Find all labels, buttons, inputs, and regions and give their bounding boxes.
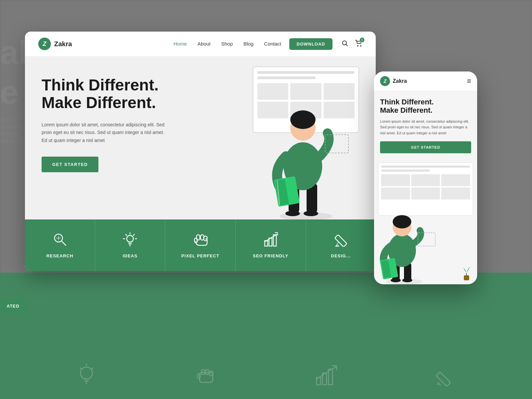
bg-ideas-icon	[73, 362, 100, 389]
mobile-screen-grid	[381, 174, 470, 200]
bg-para: dolor sit amet eu sit nec risus. Sed ut …	[0, 116, 23, 144]
hero-content: Think Different. Make Different. Lorem i…	[25, 57, 198, 219]
svg-line-33	[62, 241, 66, 245]
cart-icon[interactable]: 0	[355, 40, 362, 49]
svg-rect-65	[464, 275, 469, 280]
search-icon[interactable]	[342, 40, 348, 48]
hero-title: Think Different. Make Different.	[42, 76, 181, 112]
svg-point-27	[290, 110, 316, 129]
feature-ideas: IDEAS	[95, 219, 165, 271]
nav-link-about[interactable]: About	[198, 41, 210, 47]
mobile-person-illustration	[374, 204, 444, 284]
desktop-hero: Think Different. Make Different. Lorem i…	[25, 57, 376, 219]
nav-link-blog[interactable]: Blog	[243, 41, 253, 47]
desktop-logo-circle: Z	[38, 38, 51, 50]
nav-item-home[interactable]: Home	[174, 41, 187, 47]
nav-item-blog[interactable]: Blog	[243, 41, 253, 47]
pixel-perfect-label: PIXEL PERFECT	[181, 253, 219, 258]
nav-link-home[interactable]: Home	[174, 41, 187, 47]
ideas-label: IDEAS	[123, 253, 138, 258]
bg-design-icon	[432, 362, 459, 389]
mobile-grid-cell-2	[411, 174, 440, 186]
download-button[interactable]: DOWNLOAD	[289, 38, 332, 50]
svg-point-0	[80, 367, 92, 379]
desktop-navbar: Z Zakra Home About Shop Blog Contact DOW…	[25, 32, 376, 57]
plant-decoration	[460, 264, 473, 282]
svg-rect-10	[209, 371, 213, 376]
svg-point-19	[360, 45, 361, 47]
research-icon	[53, 232, 67, 249]
mobile-hero: Think Different. Make Different. Lorem i…	[374, 91, 477, 159]
design-icon	[333, 232, 348, 249]
svg-point-16	[342, 41, 346, 45]
desktop-logo-letter: Z	[43, 41, 47, 48]
mobile-logo-letter: Z	[384, 78, 387, 84]
svg-line-2	[80, 368, 81, 369]
ideas-icon	[123, 232, 137, 249]
mobile-grid-cell-5	[411, 188, 440, 200]
svg-point-18	[357, 45, 358, 47]
hamburger-icon[interactable]: ≡	[467, 77, 471, 85]
mobile-hero-title: Think Different. Make Different.	[380, 98, 471, 115]
mobile-screen-bar-1	[381, 166, 470, 168]
person-illustration	[263, 90, 356, 219]
mobile-grid-cell-4	[381, 188, 410, 200]
mobile-grid-cell-1	[381, 174, 410, 186]
svg-line-53	[337, 242, 339, 244]
research-label: RESEARCH	[47, 253, 73, 258]
desktop-brand-name: Zakra	[54, 40, 72, 48]
svg-rect-47	[204, 236, 207, 241]
mobile-illustration	[374, 159, 477, 284]
nav-item-contact[interactable]: Contact	[264, 41, 281, 47]
mobile-screen-bar-2	[381, 170, 430, 172]
seo-icon	[263, 232, 278, 249]
feature-pixel-perfect: PIXEL PERFECT	[165, 219, 235, 271]
seo-label: SEO FRIENDLY	[253, 253, 288, 258]
mobile-grid-cell-6	[441, 188, 470, 200]
get-started-button[interactable]: GET STARTED	[42, 157, 98, 172]
mobile-navbar: Z Zakra ≡	[374, 71, 477, 91]
bg-pixel-icon	[193, 362, 219, 389]
mobile-get-started-button[interactable]: GET STARTED	[380, 141, 471, 153]
nav-item-shop[interactable]: Shop	[221, 41, 233, 47]
nav-item-about[interactable]: About	[198, 41, 210, 47]
svg-line-3	[91, 368, 93, 369]
design-label: DESIG...	[331, 253, 350, 258]
desktop-nav-links: Home About Shop Blog Contact	[174, 41, 281, 47]
edge-button: ATED	[0, 300, 26, 313]
green-background	[0, 273, 532, 399]
feature-research: RESEARCH	[25, 219, 95, 271]
hero-illustration-area	[209, 57, 376, 219]
desktop-features-bar: RESEARCH IDEAS	[25, 219, 376, 271]
svg-rect-46	[200, 235, 204, 240]
svg-point-61	[393, 215, 411, 228]
svg-line-17	[346, 45, 347, 46]
screen-bar-2	[257, 76, 316, 79]
mobile-brand-name: Zakra	[393, 78, 467, 84]
svg-point-36	[127, 235, 133, 242]
svg-line-39	[133, 234, 134, 235]
nav-link-shop[interactable]: Shop	[221, 41, 233, 47]
svg-line-38	[126, 234, 127, 235]
nav-link-contact[interactable]: Contact	[264, 41, 281, 47]
feature-seo: SEO FRIENDLY	[236, 219, 306, 271]
desktop-mockup: Z Zakra Home About Shop Blog Contact DOW…	[25, 32, 376, 271]
pixel-perfect-icon	[193, 232, 208, 249]
mobile-hero-description: Lorem ipsum dolor sit amet, consectetur …	[380, 119, 471, 136]
svg-rect-11	[198, 374, 200, 378]
cart-badge: 0	[360, 38, 364, 42]
bg-bottom-icons	[0, 362, 532, 389]
mobile-mockup: Z Zakra ≡ Think Different. Make Differen…	[374, 71, 477, 284]
feature-design: DESIG...	[306, 219, 376, 271]
mobile-logo-circle: Z	[380, 76, 390, 86]
hero-description: Lorem ipsum dolor sit amet, consectetur …	[42, 121, 165, 145]
mobile-grid-cell-3	[441, 174, 470, 186]
bg-seo-icon	[313, 362, 339, 389]
screen-bar-1	[257, 71, 354, 74]
